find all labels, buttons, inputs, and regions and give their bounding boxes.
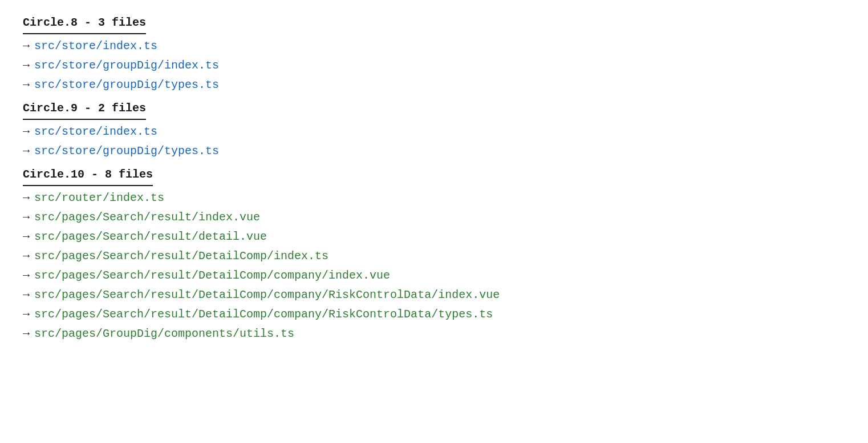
file-link[interactable]: src/store/index.ts bbox=[34, 123, 157, 141]
file-link[interactable]: src/pages/Search/result/DetailComp/compa… bbox=[34, 286, 500, 304]
file-link[interactable]: src/pages/Search/result/DetailComp/index… bbox=[34, 247, 328, 265]
file-item: →src/pages/GroupDig/components/utils.ts bbox=[23, 324, 845, 344]
file-link[interactable]: src/router/index.ts bbox=[34, 189, 164, 207]
file-link[interactable]: src/pages/Search/result/DetailComp/compa… bbox=[34, 305, 493, 324]
arrow-icon: → bbox=[23, 142, 30, 160]
arrow-icon: → bbox=[23, 286, 30, 304]
arrow-icon: → bbox=[23, 37, 30, 55]
arrow-icon: → bbox=[23, 305, 30, 324]
main-content: Circle.8 - 3 files→src/store/index.ts→sr… bbox=[23, 14, 845, 344]
file-link[interactable]: src/pages/Search/result/index.vue bbox=[34, 208, 260, 227]
file-item: →src/pages/Search/result/index.vue bbox=[23, 208, 845, 227]
file-item: →src/store/groupDig/types.ts bbox=[23, 75, 845, 95]
circle-header-circle9: Circle.9 - 2 files bbox=[23, 99, 146, 120]
arrow-icon: → bbox=[23, 123, 30, 141]
file-link[interactable]: src/store/groupDig/types.ts bbox=[34, 142, 219, 160]
circle-group-circle9: Circle.9 - 2 files→src/store/index.ts→sr… bbox=[23, 99, 845, 161]
file-item: →src/pages/Search/result/DetailComp/comp… bbox=[23, 266, 845, 285]
arrow-icon: → bbox=[23, 228, 30, 246]
circle-group-circle8: Circle.8 - 3 files→src/store/index.ts→sr… bbox=[23, 14, 845, 95]
arrow-icon: → bbox=[23, 267, 30, 285]
arrow-icon: → bbox=[23, 247, 30, 265]
file-item: →src/pages/Search/result/detail.vue bbox=[23, 227, 845, 247]
file-link[interactable]: src/pages/GroupDig/components/utils.ts bbox=[34, 325, 294, 343]
file-item: →src/pages/Search/result/DetailComp/comp… bbox=[23, 305, 845, 324]
file-item: →src/router/index.ts bbox=[23, 188, 845, 208]
arrow-icon: → bbox=[23, 208, 30, 227]
file-link[interactable]: src/store/groupDig/index.ts bbox=[34, 57, 219, 75]
arrow-icon: → bbox=[23, 76, 30, 94]
file-link[interactable]: src/store/index.ts bbox=[34, 37, 157, 55]
circle-group-circle10: Circle.10 - 8 files→src/router/index.ts→… bbox=[23, 166, 845, 344]
circle-header-circle10: Circle.10 - 8 files bbox=[23, 166, 153, 186]
circle-header-circle8: Circle.8 - 3 files bbox=[23, 14, 146, 34]
file-item: →src/store/index.ts bbox=[23, 122, 845, 142]
file-item: →src/store/groupDig/index.ts bbox=[23, 56, 845, 75]
arrow-icon: → bbox=[23, 189, 30, 207]
file-link[interactable]: src/pages/Search/result/detail.vue bbox=[34, 228, 267, 246]
file-item: →src/store/index.ts bbox=[23, 37, 845, 56]
file-link[interactable]: src/store/groupDig/types.ts bbox=[34, 76, 219, 94]
file-item: →src/pages/Search/result/DetailComp/comp… bbox=[23, 285, 845, 305]
arrow-icon: → bbox=[23, 57, 30, 75]
file-item: →src/pages/Search/result/DetailComp/inde… bbox=[23, 247, 845, 266]
file-link[interactable]: src/pages/Search/result/DetailComp/compa… bbox=[34, 267, 390, 285]
file-item: →src/store/groupDig/types.ts bbox=[23, 142, 845, 161]
arrow-icon: → bbox=[23, 325, 30, 343]
